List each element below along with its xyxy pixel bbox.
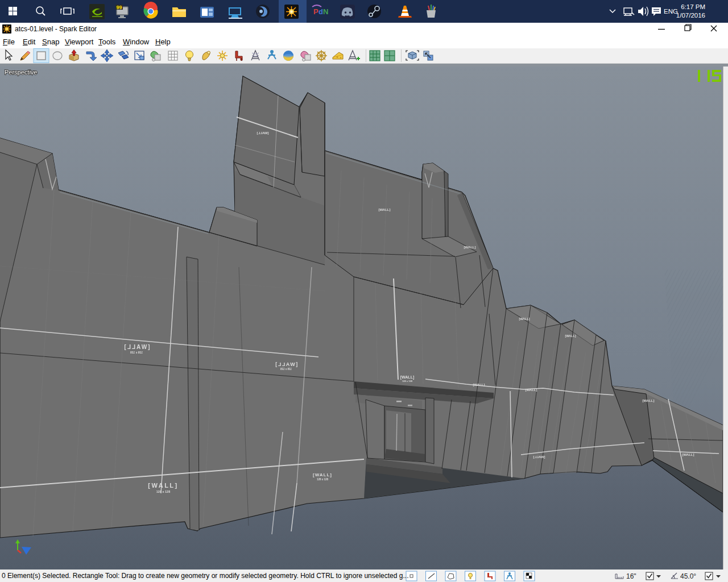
svg-text:6:17 PM: 6:17 PM <box>681 3 705 10</box>
svg-text:[WALL]: [WALL] <box>257 131 269 135</box>
svg-text:[WALL]: [WALL] <box>526 388 537 392</box>
svg-text:Perspective: Perspective <box>5 69 37 76</box>
svg-text:128 x 128: 128 x 128 <box>317 478 329 481</box>
svg-text:[WALL]: [WALL] <box>275 361 298 367</box>
svg-text:[WALL]: [WALL] <box>379 208 391 211</box>
svg-text:[WALL]: [WALL] <box>464 246 476 249</box>
svg-text:99: 99 <box>116 5 122 10</box>
svg-text:[WALL]: [WALL] <box>519 317 530 321</box>
svg-text:[WALL]: [WALL] <box>400 375 415 380</box>
svg-text:128 x 128: 128 x 128 <box>130 351 143 354</box>
svg-text:128 x 128: 128 x 128 <box>156 490 170 493</box>
svg-text:P: P <box>313 7 318 16</box>
svg-text:[WALL]: [WALL] <box>313 472 332 477</box>
svg-text:128 x 128: 128 x 128 <box>402 380 413 383</box>
svg-text:d: d <box>318 7 323 16</box>
svg-text:[WALL]: [WALL] <box>473 383 485 386</box>
svg-text:[WALL]: [WALL] <box>643 399 655 402</box>
svg-text:[WALL]: [WALL] <box>123 344 150 350</box>
svg-text:N: N <box>323 7 328 16</box>
svg-text:[WALL]: [WALL] <box>148 482 178 489</box>
svg-text:[WALL]: [WALL] <box>533 455 545 459</box>
svg-text:[WALL]: [WALL] <box>565 334 576 338</box>
svg-text:[WALL]: [WALL] <box>682 453 694 456</box>
svg-text:16": 16" <box>626 572 636 580</box>
svg-text:45.0°: 45.0° <box>680 572 696 580</box>
svg-text:128 x 128: 128 x 128 <box>280 368 292 371</box>
svg-text:1/07/2016: 1/07/2016 <box>676 12 705 19</box>
